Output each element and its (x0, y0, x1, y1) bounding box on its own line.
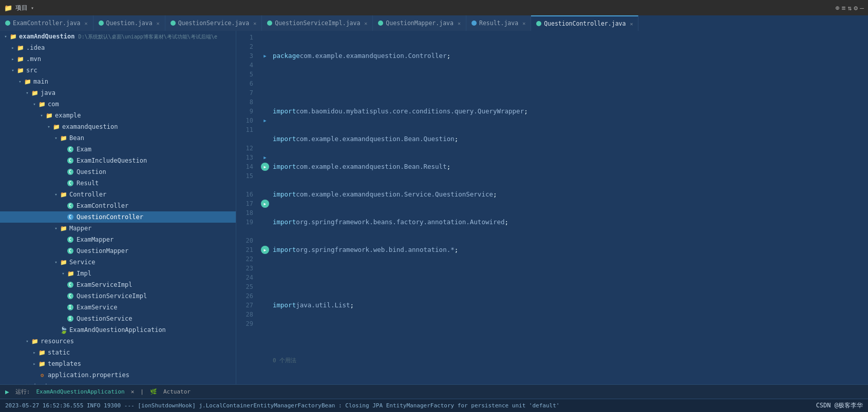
tab-result[interactable]: Result.java ✕ (466, 15, 531, 31)
package-icon: 📁 (45, 111, 53, 120)
menu-icon[interactable]: ≡ (842, 4, 846, 12)
run-icon[interactable]: ▶ (261, 246, 269, 254)
sidebar-label: ExamIncludeQuestion (77, 157, 147, 164)
sidebar-item-resources[interactable]: ▾ 📁 resources (0, 336, 236, 347)
minimize-icon[interactable]: — (860, 4, 864, 12)
class-icon: C (67, 179, 75, 187)
expand-arrow-icon: ▾ (31, 101, 38, 108)
sidebar-item-result-class[interactable]: ▸ C Result (0, 178, 236, 189)
title-bar-actions: ⊕ ≡ ⇅ ⚙ — (836, 4, 864, 12)
sidebar-item-examandquestion[interactable]: ▾ 📁 examandquestion (0, 121, 236, 132)
main-area: ▾ 📁 examAndQuestion D:\系统默认\桌面\uniapp博客素… (0, 31, 868, 384)
divider: | (140, 388, 144, 395)
tab-close-icon[interactable]: ✕ (458, 21, 461, 26)
bottom-bar: ▶ 运行: ExamAndQuestionApplication ✕ | 🌿 A… (0, 384, 868, 399)
sidebar-item-controller[interactable]: ▾ 📁 Controller (0, 189, 236, 200)
sidebar-label: examandquestion (62, 123, 118, 130)
sidebar-item-src[interactable]: ▾ 📁 src (0, 65, 236, 76)
sidebar: ▾ 📁 examAndQuestion D:\系统默认\桌面\uniapp博客素… (0, 31, 236, 384)
sidebar-item-test[interactable]: ▾ 📁 test (0, 381, 236, 384)
tab-close-icon[interactable]: ✕ (364, 21, 367, 26)
sidebar-item-examincludequestion[interactable]: ▸ C ExamIncludeQuestion (0, 155, 236, 166)
sidebar-item-questioncontroller[interactable]: ▸ C QuestionController (0, 211, 236, 223)
code-line-2 (273, 79, 868, 88)
fold-icon[interactable]: ▶ (263, 118, 266, 123)
sidebar-item-example[interactable]: ▾ 📁 example (0, 110, 236, 121)
sidebar-item-mvn[interactable]: ▸ 📁 .mvn (0, 53, 236, 65)
tab-close-icon[interactable]: ✕ (522, 21, 525, 26)
sidebar-item-appprops[interactable]: ▸ ⚙ application.properties (0, 369, 236, 381)
class-icon: C (67, 145, 75, 153)
tab-questionserviceimpl[interactable]: QuestionServiceImpl.java ✕ (262, 15, 373, 31)
tab-label: QuestionController.java (544, 20, 626, 27)
sidebar-label: application.properties (48, 371, 129, 379)
sidebar-item-static[interactable]: ▸ 📁 static (0, 347, 236, 358)
service-folder-icon: 📁 (60, 258, 68, 266)
sidebar-label: Impl (77, 270, 91, 277)
tab-dot-icon (378, 21, 383, 26)
sidebar-label: Service (69, 259, 96, 266)
code-content[interactable]: package com.example.examandquestion.Cont… (271, 33, 868, 384)
title-bar-dropdown-icon[interactable]: ▾ (31, 5, 34, 11)
sidebar-item-mapper[interactable]: ▾ 📁 Mapper (0, 223, 236, 234)
tab-close-icon[interactable]: ✕ (630, 21, 633, 27)
fold-icon[interactable]: ▶ (263, 155, 266, 160)
sidebar-label: QuestionServiceImpl (77, 292, 147, 300)
tab-close-icon[interactable]: ✕ (253, 21, 256, 26)
app-name: ExamAndQuestionApplication (36, 388, 124, 395)
sidebar-item-questionservice[interactable]: ▸ I QuestionService (0, 313, 236, 324)
sidebar-item-examserviceimpl[interactable]: C ExamServiceImpl (0, 279, 236, 290)
sidebar-item-service[interactable]: ▾ 📁 Service (0, 257, 236, 268)
sort-icon[interactable]: ⇅ (848, 4, 852, 12)
expand-arrow-icon: ▾ (24, 89, 31, 96)
folder-icon: 📁 (16, 44, 25, 52)
tab-close-run[interactable]: ✕ (131, 388, 135, 395)
sidebar-item-exam[interactable]: ▸ C Exam (0, 144, 236, 155)
code-line-4: import com.example.examandquestion.Bean.… (273, 134, 868, 144)
impl-folder-icon: 📁 (67, 269, 75, 278)
run-icon[interactable]: ▶ (261, 163, 269, 171)
fold-icon[interactable]: ▶ (263, 53, 266, 58)
sidebar-item-examcontroller[interactable]: ▸ C ExamController (0, 200, 236, 211)
tab-label: Result.java (479, 19, 518, 27)
code-line-3: import com.baomidou.mybatisplus.core.con… (273, 107, 868, 116)
sidebar-item-templates[interactable]: ▸ 📁 templates (0, 358, 236, 369)
tab-question[interactable]: Question.java ✕ (93, 15, 165, 31)
code-line-6: import com.example.examandquestion.Servi… (273, 190, 868, 199)
run-play-button[interactable]: ▶ (5, 388, 9, 396)
sidebar-item-impl[interactable]: ▾ 📁 Impl (0, 268, 236, 279)
code-editor[interactable]: 1 2 3 4 5 6 7 8 9 10 11 12 13 14 15 16 1… (236, 31, 868, 384)
sidebar-item-java[interactable]: ▾ 📁 java (0, 87, 236, 99)
tab-dot-icon (267, 21, 272, 26)
expand-arrow-icon: ▾ (9, 67, 16, 74)
sidebar-label: ExamService (77, 304, 117, 311)
folder-icon: 📁 (38, 360, 46, 368)
sidebar-item-project-root[interactable]: ▾ 📁 examAndQuestion D:\系统默认\桌面\uniapp博客素… (0, 31, 236, 42)
sidebar-item-application[interactable]: ▸ 🍃 ExamAndQuestionApplication (0, 324, 236, 336)
sidebar-item-question-class[interactable]: ▸ C Question (0, 166, 236, 178)
sidebar-item-com[interactable]: ▾ 📁 com (0, 99, 236, 110)
sidebar-item-examservice[interactable]: ▸ I ExamService (0, 302, 236, 313)
tab-questionmapper[interactable]: QuestionMapper.java ✕ (373, 15, 466, 31)
tab-label: Question.java (106, 19, 153, 27)
gear-icon[interactable]: ⚙ (854, 4, 858, 12)
earth-icon[interactable]: ⊕ (836, 4, 840, 12)
sidebar-label: java (41, 89, 55, 96)
sidebar-item-exammapper[interactable]: ▸ C ExamMapper (0, 234, 236, 245)
tab-close-icon[interactable]: ✕ (85, 21, 88, 26)
tab-questionservice[interactable]: QuestionService.java ✕ (165, 15, 262, 31)
run-icon[interactable]: ▶ (261, 200, 269, 208)
package-icon: 📁 (52, 123, 61, 131)
tab-dot-icon (536, 21, 541, 26)
tab-questioncontroller-active[interactable]: QuestionController.java ✕ (531, 15, 638, 31)
actuator-icon: 🌿 (150, 388, 157, 395)
sidebar-item-idea[interactable]: ▸ 📁 .idea (0, 42, 236, 53)
sidebar-item-questionserviceimpl[interactable]: C QuestionServiceImpl (0, 290, 236, 302)
tab-close-icon[interactable]: ✕ (157, 21, 160, 26)
sidebar-item-main[interactable]: ▾ 📁 main (0, 76, 236, 87)
sidebar-item-bean[interactable]: ▾ 📁 Bean (0, 132, 236, 144)
tab-label: ExamController.java (13, 19, 81, 27)
sidebar-item-questionmapper[interactable]: ▸ C QuestionMapper (0, 245, 236, 257)
sidebar-label: Controller (69, 191, 106, 198)
tab-examcontroller[interactable]: ExamController.java ✕ (0, 15, 93, 31)
